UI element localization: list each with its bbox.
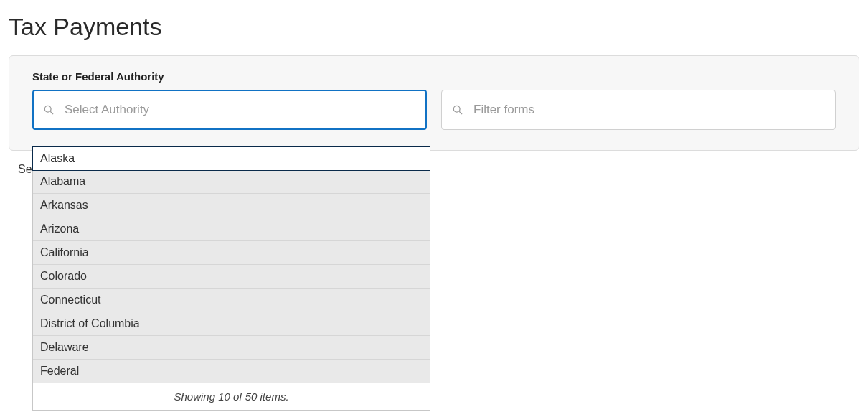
dropdown-item[interactable]: Alaska bbox=[32, 146, 430, 171]
filter-forms-input[interactable] bbox=[441, 90, 836, 130]
dropdown-item[interactable]: Arizona bbox=[33, 217, 430, 241]
authority-dropdown: Alaska Alabama Arkansas Arizona Californ… bbox=[32, 146, 430, 411]
filter-input-wrap bbox=[441, 90, 836, 130]
dropdown-item[interactable]: Federal bbox=[33, 360, 430, 383]
page-title: Tax Payments bbox=[9, 13, 859, 41]
authority-field-label: State or Federal Authority bbox=[32, 70, 836, 83]
filters-panel: State or Federal Authority Sel Alaska bbox=[9, 55, 859, 151]
dropdown-item[interactable]: Colorado bbox=[33, 265, 430, 289]
dropdown-item[interactable]: Alabama bbox=[33, 170, 430, 194]
authority-input[interactable] bbox=[32, 90, 427, 130]
dropdown-item[interactable]: California bbox=[33, 241, 430, 265]
dropdown-footer: Showing 10 of 50 items. bbox=[33, 383, 430, 410]
dropdown-item[interactable]: Delaware bbox=[33, 336, 430, 360]
inputs-row bbox=[32, 90, 836, 130]
authority-input-wrap bbox=[32, 90, 427, 130]
dropdown-item[interactable]: Connecticut bbox=[33, 289, 430, 312]
dropdown-item[interactable]: District of Columbia bbox=[33, 312, 430, 336]
dropdown-item[interactable]: Arkansas bbox=[33, 194, 430, 217]
